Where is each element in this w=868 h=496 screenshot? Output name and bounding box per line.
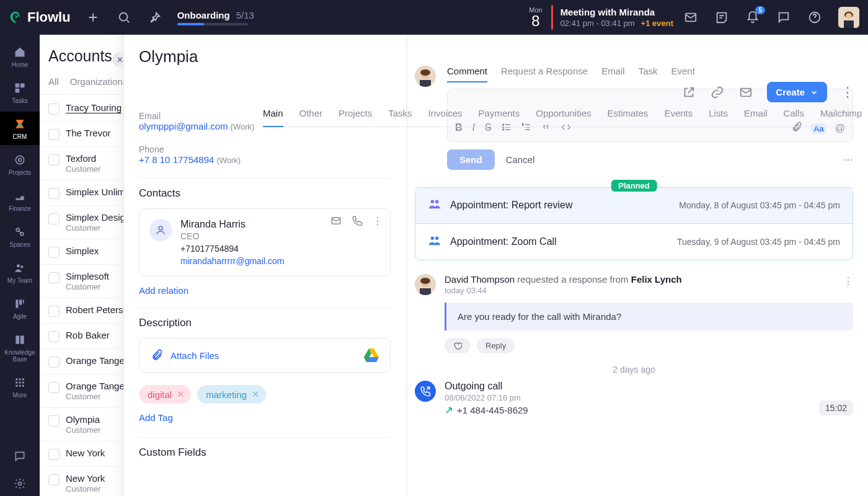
checkbox[interactable] (48, 331, 60, 342)
nav-spaces[interactable]: Spaces (0, 219, 40, 253)
nav-tasks[interactable]: Tasks (0, 76, 40, 109)
call-icon[interactable] (352, 215, 363, 229)
checkbox[interactable] (48, 272, 60, 283)
activity-tab-comment[interactable]: Comment (447, 66, 487, 82)
tab-main[interactable]: Main (263, 108, 283, 127)
attach-files-box[interactable]: Attach Files (139, 338, 391, 373)
tab-mailchimp[interactable]: Mailchimp (820, 108, 862, 126)
email-value[interactable]: olympppi@gmail.com (139, 121, 228, 131)
more-icon[interactable]: ⋮ (843, 275, 853, 287)
nav-agile[interactable]: Agile (0, 291, 40, 325)
checkbox[interactable] (48, 188, 60, 199)
mail-icon[interactable] (330, 215, 342, 229)
google-drive-icon[interactable] (364, 348, 379, 362)
checkbox[interactable] (48, 382, 60, 393)
activity-tab-request-a-response[interactable]: Request a Response (501, 66, 588, 82)
checkbox[interactable] (48, 213, 60, 224)
user-avatar[interactable] (838, 7, 859, 28)
contact-email[interactable]: mirandaharrrrr@gmail.com (180, 256, 284, 266)
account-row[interactable]: Simplex (40, 239, 123, 265)
send-button[interactable]: Send (447, 149, 495, 170)
remove-tag-icon[interactable]: ✕ (252, 389, 260, 400)
contact-card[interactable]: Miranda Harris CEO +71017754894 mirandah… (139, 208, 391, 277)
nav-more[interactable]: More (0, 370, 40, 404)
more-icon[interactable]: ⋯ (843, 154, 853, 166)
tab-payments[interactable]: Payments (479, 108, 520, 126)
nav-projects[interactable]: Projects (0, 148, 40, 181)
accounts-tab-all[interactable]: All (48, 76, 59, 94)
checkbox[interactable] (48, 129, 60, 140)
add-relation-link[interactable]: Add relation (139, 285, 188, 296)
tab-events[interactable]: Events (664, 108, 693, 126)
account-row[interactable]: SimplesoftCustomer (40, 265, 123, 298)
remove-tag-icon[interactable]: ✕ (177, 389, 185, 400)
account-row[interactable]: The Trevor (40, 122, 123, 147)
tab-projects[interactable]: Projects (339, 108, 372, 126)
appointment-row[interactable]: Appointment: Report review Monday, 8 of … (415, 187, 852, 223)
account-row[interactable]: Orange Tangerine (40, 349, 123, 374)
checkbox[interactable] (48, 474, 60, 485)
tab-invoices[interactable]: Invoices (428, 108, 463, 126)
checkbox[interactable] (48, 449, 60, 460)
more-icon[interactable]: ⋮ (841, 84, 854, 100)
tab-estimates[interactable]: Estimates (608, 108, 649, 126)
notes-icon[interactable] (714, 10, 729, 25)
account-row[interactable]: Simplex DesignCustomer (40, 206, 123, 239)
phone-value[interactable]: +7 8 10 17754894 (139, 154, 214, 165)
tag[interactable]: marketing✕ (197, 385, 266, 404)
reply-button[interactable]: Reply (477, 338, 515, 353)
nav-home[interactable]: Home (0, 40, 40, 73)
chat-icon[interactable] (776, 10, 791, 25)
nav-feedback[interactable] (0, 444, 40, 469)
account-row[interactable]: New York (40, 441, 123, 467)
checkbox[interactable] (48, 415, 60, 427)
checkbox[interactable] (48, 356, 60, 368)
checkbox[interactable] (48, 247, 60, 258)
help-icon[interactable] (807, 10, 822, 25)
add-tag-link[interactable]: Add Tag (139, 412, 173, 423)
pin-icon[interactable] (148, 10, 162, 25)
account-row[interactable]: Rob Baker (40, 324, 123, 349)
bell-icon[interactable]: 5 (745, 10, 760, 25)
link-icon[interactable] (710, 85, 725, 100)
tab-tasks[interactable]: Tasks (388, 108, 412, 126)
tab-other[interactable]: Other (299, 108, 323, 126)
more-icon[interactable]: ⋮ (373, 215, 383, 229)
onboarding-widget[interactable]: Onboarding 5/13 (177, 10, 254, 25)
account-row[interactable]: TexfordCustomer (40, 147, 123, 180)
close-panel-icon[interactable]: ✕ (112, 52, 124, 67)
activity-tab-email[interactable]: Email (601, 66, 625, 82)
tab-lists[interactable]: Lists (709, 108, 728, 126)
tab-calls[interactable]: Calls (784, 108, 804, 126)
account-row[interactable]: OlympiaCustomer (40, 408, 123, 441)
email-icon[interactable] (738, 85, 753, 100)
create-button[interactable]: Create (767, 82, 827, 102)
tab-email[interactable]: Email (744, 108, 768, 126)
tag[interactable]: digital✕ (139, 385, 191, 404)
brand-logo[interactable]: Flowlu (9, 9, 71, 25)
nav-settings[interactable] (0, 471, 40, 496)
next-meeting[interactable]: Meeting with Miranda 02:41 pm - 03:41 pm… (560, 7, 673, 28)
open-external-icon[interactable] (681, 85, 696, 100)
account-row[interactable]: Simplex Unlimited (40, 180, 123, 206)
activity-tab-task[interactable]: Task (639, 66, 658, 82)
account-row[interactable]: New YorkCustomer (40, 467, 123, 496)
appointment-row[interactable]: Appointment: Zoom Call Tuesday, 9 of Aug… (415, 223, 852, 260)
account-row[interactable]: Robert Peterson (40, 298, 123, 324)
account-row[interactable]: Tracy Touring (40, 96, 123, 122)
like-button[interactable] (445, 338, 471, 353)
tab-opportunities[interactable]: Opportunities (536, 108, 591, 126)
search-icon[interactable] (117, 10, 131, 25)
checkbox[interactable] (48, 104, 60, 115)
activity-tab-event[interactable]: Event (671, 66, 694, 82)
nav-crm[interactable]: CRM (0, 112, 40, 145)
accounts-tab-orgs[interactable]: Organizations (70, 76, 123, 94)
nav-kb[interactable]: Knowledge Base (0, 327, 40, 368)
add-icon[interactable] (86, 10, 100, 25)
mail-icon[interactable] (683, 10, 698, 25)
calendar-date[interactable]: Mon 8 (529, 6, 542, 29)
nav-finance[interactable]: Finance (0, 184, 40, 217)
checkbox[interactable] (48, 154, 60, 166)
cancel-button[interactable]: Cancel (506, 154, 535, 165)
nav-myteam[interactable]: My Team (0, 255, 40, 289)
